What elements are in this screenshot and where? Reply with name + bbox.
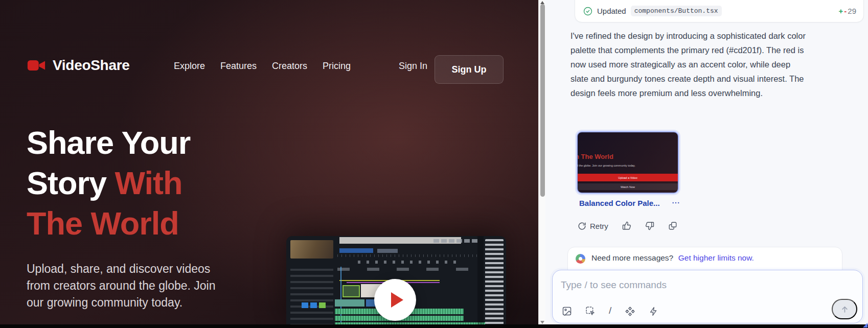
thumb-hero-subtitle: around the globe. Join our growing commu… [577,164,635,167]
send-arrow-icon [840,304,850,314]
copy-icon[interactable] [668,221,677,230]
assistant-chat-panel: Updated components/Button.tsx + - 29 I'v… [545,0,868,328]
limits-prompt: Need more messages? [591,253,673,262]
update-status-label: Updated [597,7,626,15]
composer-toolbar: / [562,306,658,317]
composer: / [552,270,863,323]
videoshare-site-preview: VideoShare Explore Features Creators Pri… [0,0,538,328]
version-title-row: Balanced Color Pale... [579,198,680,207]
editor-tabs [339,248,373,253]
components-icon[interactable] [625,306,635,317]
brand-logo[interactable]: VideoShare [27,57,130,74]
diff-stats: + - 29 [839,7,856,15]
slash-command-icon[interactable]: / [609,305,611,316]
scroll-down-icon[interactable] [540,321,544,324]
editor-blue-button [310,302,317,308]
send-button[interactable] [832,299,857,319]
nav-pricing[interactable]: Pricing [323,61,351,72]
check-circle-icon [583,7,592,16]
hero-title: Share YourStory WithThe World [27,123,267,244]
thumbs-down-icon[interactable] [645,221,654,230]
more-options-icon[interactable] [671,198,680,207]
chat-input[interactable] [561,274,786,296]
get-higher-limits-link[interactable]: Get higher limits now. [678,253,754,262]
message-actions: Retry [578,221,677,230]
editor-timeline-labels [337,268,470,271]
attach-image-icon[interactable] [562,306,572,316]
file-update-card[interactable]: Updated components/Button.tsx + - 29 [575,0,864,22]
version-preview-thumbnail[interactable]: h The World around the globe. Join our g… [577,131,679,194]
nav-explore[interactable]: Explore [174,61,205,72]
sign-in-link[interactable]: Sign In [399,61,427,72]
page-scrollbar[interactable] [538,0,545,328]
editor-green-button [319,302,326,308]
play-icon [391,292,403,308]
hero-title-line1: Share Your [27,125,190,160]
hero-video-image [286,236,506,328]
brand-name: VideoShare [53,57,130,74]
select-element-icon[interactable] [585,306,596,316]
retry-icon [578,222,586,230]
window-bottom-edge [0,324,868,328]
editor-timecode [433,239,478,243]
diff-count: 29 [848,7,856,15]
file-update-row: Updated components/Button.tsx + - 29 [583,6,856,16]
video-camera-icon [27,58,46,73]
editor-left-panel [290,269,333,326]
retry-label: Retry [590,222,608,230]
thumbs-up-icon[interactable] [622,221,631,230]
editor-ruler [337,254,481,257]
site-nav: Explore Features Creators Pricing [174,61,351,72]
sign-up-button[interactable]: Sign Up [435,55,504,84]
diff-plus: + [839,7,843,15]
thumb-hero-heading: h The World [577,153,613,160]
updated-file-chip[interactable]: components/Button.tsx [631,6,722,16]
hero-title-line2-red: With [115,165,182,201]
assistant-message: I've refined the design by introducing a… [570,29,810,100]
editor-toolbar-dots [358,261,460,264]
thumb-primary-button: Upload a Video [578,174,678,181]
retry-button[interactable]: Retry [578,222,608,230]
editor-blue-button [302,302,308,308]
hero-subtitle: Upload, share, and discover videos from … [27,261,227,311]
nav-creators[interactable]: Creators [272,61,307,72]
diff-minus: - [844,7,847,15]
editor-preview-thumb [290,240,333,259]
editor-clip [342,285,360,297]
editor-panel-divider [477,236,484,328]
usage-pie-icon [576,254,585,264]
hero-title-line3-red: The World [27,205,179,241]
scrollbar-thumb[interactable] [540,4,545,197]
play-button[interactable] [374,279,416,321]
editor-media-list [485,239,504,326]
editor-tabs-secondary [377,249,398,253]
nav-features[interactable]: Features [220,61,257,72]
hero-title-line2-white: Story [27,165,115,201]
lightning-icon[interactable] [649,307,658,316]
editor-clip [335,299,364,307]
thumb-secondary-button: Watch Now [578,183,678,190]
version-title[interactable]: Balanced Color Pale... [579,199,660,207]
